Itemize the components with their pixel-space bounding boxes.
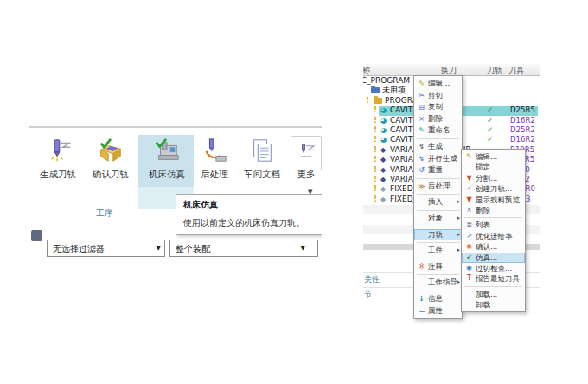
section-label[interactable]: 节 [364, 289, 372, 300]
menu-item[interactable]: ℹ信息 [414, 293, 462, 305]
menu-separator [417, 178, 459, 179]
menu-item[interactable]: ≣列表 [462, 220, 525, 230]
generate-toolpath-icon [33, 133, 83, 168]
notes-icon: ※ [416, 261, 427, 273]
operation-type-icon: ◆ [380, 175, 386, 184]
menu-item[interactable]: 刀轨▸ [414, 229, 462, 241]
menu-item-label: 生成 [428, 142, 443, 150]
report-shortest-tool-icon: Ŧ [463, 273, 475, 284]
toolpath-submenu: ✎编辑...锁定▼分割...✓创建刀轨...▼显示残料预览...×删除≣列表↗优… [461, 149, 526, 312]
toolpath-check-icon: ✓ [487, 125, 494, 135]
menu-item[interactable]: ◉确认... [462, 241, 525, 252]
tool-name: D25R5 [510, 106, 535, 115]
menu-item-label: 插入 [428, 197, 443, 206]
alert-icon: ! [366, 96, 369, 106]
menu-item[interactable]: ↗优化进给率 [462, 231, 525, 241]
menu-item[interactable]: 工作指导▸ [414, 277, 462, 289]
menu-item[interactable]: ✂剪切 [414, 90, 462, 102]
more-label: 更多 [291, 168, 322, 180]
machine-simulation-tooltip: 机床仿真 使用以前定义的机床仿真刀轨。 [176, 194, 322, 235]
selection-scope-value: 整个装配 [176, 243, 210, 255]
menu-item-label: 优化进给率 [476, 232, 513, 240]
menu-separator [417, 210, 459, 211]
menu-item[interactable]: 工件▸ [414, 245, 462, 257]
menu-item-label: 注释 [428, 262, 443, 271]
verify-toolpath-button[interactable]: 确认刀轨 [85, 133, 137, 187]
menu-item-label: 仿真... [476, 253, 497, 262]
menu-item[interactable]: ↯并行生成 [414, 153, 462, 165]
menu-item-label: 属性 [428, 306, 443, 315]
menu-item[interactable]: 锁定 [462, 162, 525, 172]
menu-item[interactable]: ×删除 [414, 113, 462, 125]
menu-separator [464, 286, 522, 287]
menu-item[interactable]: ▤复制 [414, 101, 462, 113]
composite-screenshot: { "ribbon": { "buttons": [ {"label":"生成刀… [0, 0, 588, 384]
menu-item[interactable]: ▼显示残料预览... [462, 195, 525, 205]
menu-item-label: 显示残料预览... [476, 195, 525, 204]
selection-scope-combo[interactable]: 整个装配 ▼ [169, 240, 318, 257]
shop-documentation-button[interactable]: 车间文档 [235, 133, 289, 187]
menu-item[interactable]: 插入▸ [414, 196, 462, 208]
menu-item-label: 重命名 [428, 125, 451, 134]
menu-item[interactable]: ≔属性 [414, 305, 462, 317]
machine-simulation-button[interactable]: 机床仿真 [140, 133, 194, 187]
menu-item[interactable]: ✎重命名 [414, 125, 462, 137]
menu-separator [417, 274, 459, 275]
menu-item[interactable]: ↯生成 [414, 141, 462, 153]
folder-icon [371, 87, 380, 93]
cut-icon: ✂ [416, 90, 427, 102]
submenu-arrow-icon: ▸ [457, 196, 460, 208]
ipw-preview-icon: ▼ [463, 195, 475, 205]
menu-item[interactable]: ✎编辑... [462, 151, 525, 162]
verify-icon: ◉ [463, 241, 475, 252]
properties-icon: ≔ [416, 305, 427, 317]
alert-icon: ! [374, 155, 377, 164]
generate-icon: ↯ [416, 141, 427, 153]
menu-item[interactable]: ×删除 [462, 205, 525, 215]
menu-item[interactable]: ≫后处理 [414, 181, 462, 193]
section-label[interactable]: 关性 [364, 274, 380, 285]
menu-item[interactable]: ✔仿真... [462, 253, 525, 263]
menu-item-label: 后处理 [428, 182, 451, 190]
menu-item[interactable]: 加载... [462, 289, 525, 299]
tool-name: D16R2 [510, 116, 535, 125]
menu-item[interactable]: 卸载 [462, 299, 525, 310]
information-icon: ℹ [416, 293, 427, 305]
menu-item[interactable]: ✎编辑... [414, 78, 462, 90]
submenu-arrow-icon: ▸ [457, 277, 460, 289]
clipped-icon-fragment [31, 230, 42, 241]
operation-type-icon: ◕ [380, 116, 387, 125]
postprocess-icon: ≫ [416, 181, 427, 193]
menu-separator [464, 217, 522, 218]
toolpath-check-icon: ✓ [487, 106, 494, 115]
operation-type-icon: ◆ [380, 195, 386, 204]
menu-item-label: 剪切 [428, 91, 443, 99]
menu-separator [417, 242, 459, 243]
menu-item-label: 创建刀轨... [476, 184, 512, 193]
postprocess-icon [195, 133, 234, 168]
menu-item[interactable]: ✓创建刀轨... [462, 183, 525, 194]
more-button[interactable]: 更多 [291, 133, 322, 187]
toolpath-check-icon: ✓ [487, 135, 494, 144]
rename-icon: ✎ [416, 125, 427, 137]
menu-item[interactable]: Ŧ报告最短刀具 [462, 273, 525, 284]
menu-item-label: 并行生成 [428, 154, 457, 163]
more-gallery-icon [291, 133, 322, 168]
menu-item-label: 工作指导 [428, 278, 457, 286]
menu-item[interactable]: ↺重播 [414, 164, 462, 176]
generate-toolpath-button[interactable]: 生成刀轨 [33, 133, 83, 187]
menu-item-label: 分割... [476, 174, 497, 182]
menu-item[interactable]: ▼分割... [462, 173, 525, 183]
postprocess-button[interactable]: 后处理 [195, 133, 234, 187]
alert-icon: ! [374, 145, 377, 155]
menu-item[interactable]: 对象▸ [414, 213, 462, 225]
selection-filter-combo[interactable]: 无选择过滤器 ▼ [47, 240, 165, 257]
optimize-feedrate-icon: ↗ [463, 231, 475, 241]
chevron-down-icon[interactable]: ▼ [301, 245, 305, 252]
menu-item[interactable]: ◉过切检查... [462, 263, 525, 273]
chevron-down-icon[interactable]: ▼ [157, 245, 161, 252]
menu-item[interactable]: ※注释 [414, 261, 462, 273]
menu-item-label: 编辑... [476, 152, 497, 161]
create-toolpath-icon: ✓ [463, 183, 475, 194]
edit-icon: ✎ [416, 78, 427, 90]
